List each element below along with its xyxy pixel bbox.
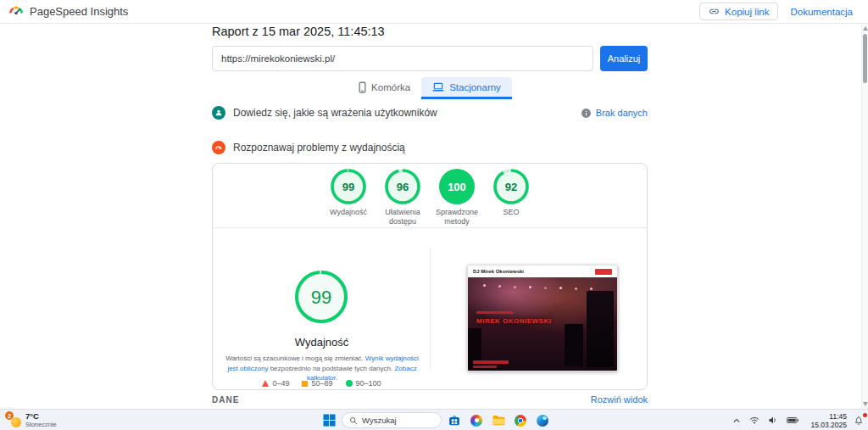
brand[interactable]: PageSpeed Insights: [8, 4, 128, 20]
copy-link-button[interactable]: Kopiuj link: [699, 3, 778, 20]
score-accessibility[interactable]: 96 Ułatwienia dostępu: [376, 168, 430, 227]
fail-triangle-icon: [262, 380, 269, 387]
desktop-icon: [432, 82, 444, 92]
score-best-practices[interactable]: 100 Sprawdzone metody: [430, 168, 484, 227]
analyze-button[interactable]: Analizuj: [600, 46, 648, 71]
taskbar-app-photos[interactable]: [467, 411, 486, 429]
hero-text-bar: [473, 360, 509, 364]
hero-text-bar: [473, 366, 497, 368]
score-label: Ułatwienia dostępu: [376, 208, 430, 227]
horizontal-divider: [213, 227, 647, 228]
psi-header: PageSpeed Insights Kopiuj link Dokumenta…: [0, 0, 868, 24]
copy-link-label: Kopiuj link: [725, 7, 769, 17]
header-actions: Kopiuj link Dokumentacja: [699, 3, 853, 20]
thumbnail-cta-button: [595, 269, 612, 275]
tab-mobile[interactable]: Komórka: [348, 77, 421, 99]
thumbnail-site-header: DJ Mirek Okoniewski: [468, 265, 617, 277]
tab-desktop[interactable]: Stacjonarny: [421, 77, 512, 99]
weather-widget[interactable]: 2 7°C Słonecznie: [3, 410, 61, 430]
user-experience-title: Dowiedz się, jakie są wrażenia użytkowni…: [233, 107, 437, 119]
edge-icon: [537, 415, 548, 427]
score-seo[interactable]: 92 SEO: [484, 168, 538, 227]
svg-text:100: 100: [448, 181, 466, 193]
tab-mobile-label: Komórka: [371, 82, 410, 92]
pagespeed-logo-icon: [8, 4, 24, 20]
legend-average: 50–89: [302, 379, 332, 388]
chevron-up-icon: [732, 417, 741, 424]
user-experience-section: Dowiedz się, jakie są wrażenia użytkowni…: [212, 106, 648, 120]
main-gauge-label: Wydajność: [213, 336, 431, 349]
expand-view-link[interactable]: Rozwiń widok: [591, 394, 648, 405]
category-scores-row: 99 Wydajność 96 Ułatwienia dostępu: [213, 168, 647, 227]
notification-badge: [863, 413, 867, 417]
tray-overflow-chevron[interactable]: [731, 416, 743, 426]
performance-report-card: 99 Wydajność 96 Ułatwienia dostępu: [212, 163, 648, 390]
wifi-icon: [749, 416, 760, 425]
tray-battery[interactable]: [785, 415, 800, 426]
performance-section-title: Rozpoznawaj problemy z wydajnością: [233, 142, 405, 154]
svg-text:96: 96: [397, 181, 409, 193]
speaker-shape: [565, 324, 583, 366]
pass-circle-icon: [346, 380, 353, 387]
thumbnail-site-title: DJ Mirek Okoniewski: [473, 269, 524, 274]
taskbar-center: Wyszukaj: [320, 410, 552, 430]
weather-desc: Słonecznie: [25, 422, 57, 429]
start-button[interactable]: [320, 411, 338, 429]
vertical-divider: [430, 249, 431, 370]
hero-text-bar: [476, 311, 514, 314]
brand-title: PageSpeed Insights: [30, 5, 128, 18]
score-gauge: 92: [492, 168, 530, 205]
file-explorer-icon: [492, 415, 505, 426]
screen: PageSpeed Insights Kopiuj link Dokumenta…: [0, 0, 868, 430]
tray-network[interactable]: [748, 415, 761, 427]
score-performance[interactable]: 99 Wydajność: [321, 168, 376, 227]
battery-icon: [787, 416, 798, 424]
thumbnail-hero-title: MIREK OKONIEWSKI: [476, 317, 551, 325]
clock-widget[interactable]: 11:45 15.03.2025: [810, 412, 847, 429]
taskbar-app-store[interactable]: [445, 411, 464, 429]
tray-volume[interactable]: [766, 414, 780, 427]
scroll-up-arrow[interactable]: [863, 26, 868, 31]
report-title: Raport z 15 mar 2025, 11:45:13: [212, 25, 385, 38]
no-data-group: Brak danych: [581, 108, 648, 119]
widget-badge: 2: [5, 411, 14, 420]
documentation-link[interactable]: Dokumentacja: [790, 7, 853, 17]
scrollbar[interactable]: [861, 24, 868, 409]
performance-main-gauge: 99: [293, 269, 349, 325]
url-input[interactable]: [212, 46, 593, 71]
bell-icon: [854, 416, 864, 426]
disclaimer-text: bezpośrednio na podstawie tych danych.: [268, 365, 394, 372]
windows-logo-icon: [323, 414, 336, 427]
no-data-link[interactable]: Brak danych: [596, 108, 648, 118]
performance-section: Rozpoznawaj problemy z wydajnością: [212, 141, 648, 154]
info-icon[interactable]: [581, 108, 592, 119]
legend-fail: 0–49: [262, 379, 289, 388]
score-legend: 0–49 50–89 90–100: [213, 379, 431, 388]
speaker-icon: [768, 416, 778, 425]
search-icon: [349, 416, 358, 425]
stage-lights: [483, 284, 486, 287]
device-tabs: Komórka Stacjonarny: [212, 77, 648, 99]
notification-center-button[interactable]: [852, 414, 865, 427]
metrics-header: DANE: [212, 395, 239, 405]
metrics-header-row: DANE Rozwiń widok: [212, 394, 648, 405]
user-experience-icon: [212, 106, 225, 120]
taskbar-app-edge[interactable]: [533, 411, 552, 429]
phone-icon: [359, 81, 366, 93]
system-tray: 11:45 15.03.2025: [731, 410, 865, 430]
microsoft-store-icon: [448, 415, 460, 427]
clock-time: 11:45: [810, 412, 847, 421]
speaker-shape: [587, 291, 614, 367]
svg-text:99: 99: [311, 287, 331, 308]
report-content: Raport z 15 mar 2025, 11:45:13 Analizuj …: [212, 24, 648, 409]
scroll-down-arrow[interactable]: [863, 402, 868, 406]
taskbar-search[interactable]: Wyszukaj: [342, 412, 442, 428]
weather-temp: 7°C: [25, 412, 57, 422]
taskbar-app-chrome[interactable]: [511, 411, 530, 429]
scrollbar-thumb[interactable]: [863, 34, 867, 83]
average-square-icon: [302, 381, 308, 387]
link-icon: [709, 6, 720, 17]
tab-desktop-label: Stacjonarny: [449, 82, 501, 92]
score-gauge: 96: [384, 168, 421, 205]
taskbar-app-file-explorer[interactable]: [489, 411, 508, 429]
